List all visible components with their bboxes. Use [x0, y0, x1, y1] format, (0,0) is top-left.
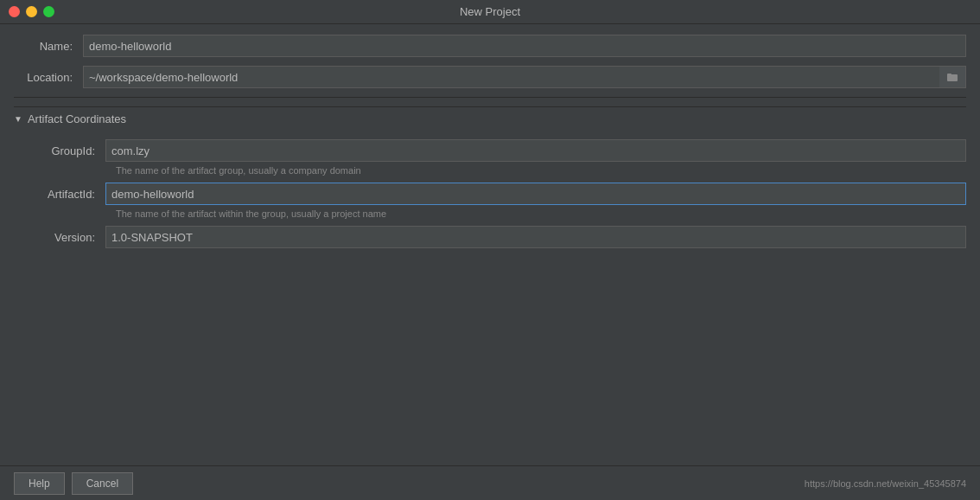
- version-row: Version:: [28, 226, 966, 248]
- name-row: Name:: [14, 35, 966, 57]
- svg-rect-1: [947, 74, 951, 76]
- close-button[interactable]: [9, 6, 20, 17]
- minimize-button[interactable]: [26, 6, 37, 17]
- bottom-left-buttons: Help Cancel: [14, 472, 133, 495]
- location-input-wrapper: [83, 66, 966, 88]
- version-label: Version:: [28, 231, 105, 244]
- artifactid-hint: The name of the artifact within the grou…: [116, 208, 966, 219]
- groupid-input[interactable]: [105, 139, 966, 162]
- maximize-button[interactable]: [43, 6, 54, 17]
- cancel-button[interactable]: Cancel: [72, 472, 133, 495]
- location-row: Location:: [14, 66, 966, 88]
- separator: [14, 97, 966, 98]
- artifact-section-body: GroupId: The name of the artifact group,…: [14, 139, 966, 248]
- location-input[interactable]: [83, 66, 939, 88]
- title-bar: New Project: [0, 0, 980, 24]
- name-label: Name:: [14, 40, 83, 53]
- name-input[interactable]: [83, 35, 966, 57]
- dialog-body: Name: Location: ▼ Artifact Coordinates G…: [0, 24, 980, 262]
- version-input[interactable]: [105, 226, 966, 248]
- location-label: Location:: [14, 71, 83, 84]
- help-button[interactable]: Help: [14, 472, 65, 495]
- window-title: New Project: [460, 5, 520, 18]
- artifact-section-header[interactable]: ▼ Artifact Coordinates: [14, 106, 966, 132]
- bottom-bar: Help Cancel https://blog.csdn.net/weixin…: [0, 465, 980, 500]
- artifactid-input[interactable]: [105, 183, 966, 205]
- section-title: Artifact Coordinates: [28, 112, 126, 125]
- section-arrow: ▼: [14, 114, 22, 124]
- artifactid-row: ArtifactId:: [28, 183, 966, 205]
- footer-url: https://blog.csdn.net/weixin_45345874: [805, 478, 966, 489]
- groupid-label: GroupId:: [28, 144, 105, 157]
- folder-icon: [946, 71, 958, 83]
- groupid-hint: The name of the artifact group, usually …: [116, 165, 966, 176]
- folder-browse-button[interactable]: [939, 66, 966, 88]
- groupid-row: GroupId:: [28, 139, 966, 162]
- window-controls[interactable]: [9, 6, 54, 17]
- artifactid-label: ArtifactId:: [28, 188, 105, 201]
